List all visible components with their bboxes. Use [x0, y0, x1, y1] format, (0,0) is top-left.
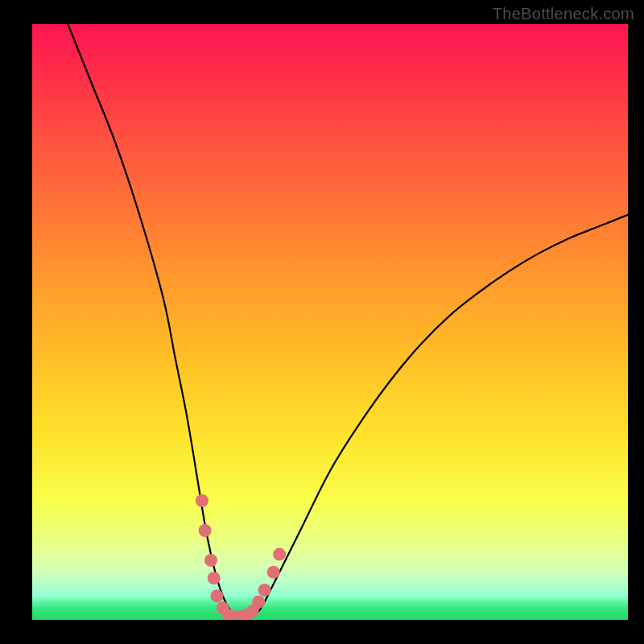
- chart-frame: TheBottleneck.com: [0, 0, 644, 644]
- marker-group: [196, 494, 286, 620]
- data-marker: [208, 572, 221, 584]
- data-marker: [273, 548, 286, 561]
- data-marker: [252, 596, 265, 609]
- data-marker: [210, 589, 223, 602]
- bottleneck-curve: [68, 24, 628, 618]
- data-marker: [199, 524, 212, 537]
- watermark-text: TheBottleneck.com: [493, 5, 634, 23]
- plot-area: [32, 24, 628, 620]
- data-marker: [258, 584, 271, 597]
- chart-svg: [32, 24, 628, 620]
- data-marker: [204, 554, 217, 567]
- data-marker: [267, 566, 280, 579]
- data-marker: [196, 494, 208, 507]
